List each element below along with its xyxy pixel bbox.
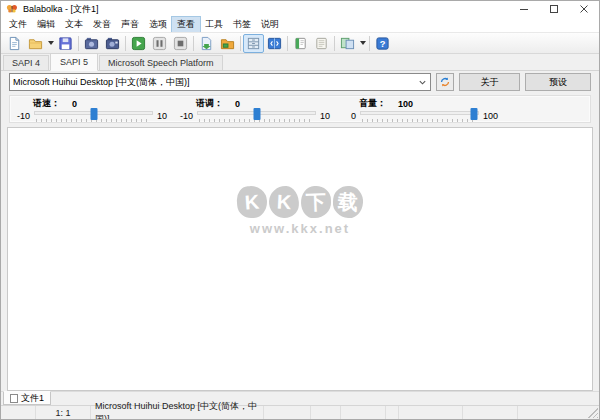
menu-bookmarks[interactable]: 书签 [228,17,256,32]
dictionary-button[interactable] [264,34,285,53]
pitch-min-label: -10 [175,111,197,121]
window-skins-dropdown[interactable] [358,34,367,53]
toolbar-separator [125,36,126,51]
open-file-button[interactable] [25,34,46,53]
toolbar-separator [193,36,194,51]
volume-slider[interactable] [360,109,479,122]
minimize-button[interactable] [509,1,539,17]
convert-to-audio-button[interactable] [217,34,238,53]
pause-button[interactable] [149,34,170,53]
maximize-button[interactable] [539,1,569,17]
voice-panel-icon [246,36,261,51]
volume-value: 100 [398,99,413,109]
menu-text[interactable]: 文本 [60,17,88,32]
rate-slider-group: 语速： 0 -10 10 [12,98,175,121]
save-file-button[interactable] [55,34,76,53]
refresh-icon [439,76,451,88]
voice-selection-row: Microsoft Huihui Desktop [中文(简体，中国)] 关于 … [1,71,599,93]
document-tab[interactable]: 文件1 [3,391,51,405]
volume-slider-thumb[interactable] [471,108,478,120]
dropdown-arrow-icon [360,41,366,45]
text-editor-area[interactable]: K K 下 载 www.kkx.net [7,127,593,391]
status-cell [518,406,599,419]
open-file-dropdown[interactable] [46,34,55,53]
volume-min-label: 0 [338,111,360,121]
app-window: Balabolka - [文件1] 文件 编辑 文本 发音 声音 选项 查看 工… [0,0,600,420]
new-document-button[interactable] [4,34,25,53]
save-audio-file-icon [199,36,214,51]
help-icon: ? [375,36,390,51]
play-button[interactable] [128,34,149,53]
pitch-value: 0 [235,99,240,109]
refresh-voices-button[interactable] [436,73,454,91]
status-cell [463,406,518,419]
toolbar: ? [1,32,599,54]
app-logo-icon [6,3,18,15]
close-button[interactable] [569,1,599,17]
dictionary-icon [267,36,282,51]
status-bar: 1: 1 Microsoft Huihui Desktop [中文(简体，中国)… [1,405,599,419]
rate-min-label: -10 [12,111,34,121]
toolbar-separator [369,36,370,51]
window-title: Balabolka - [文件1] [23,3,99,16]
speech-parameters-panel: 语速： 0 -10 10 语调： 0 -10 [9,95,591,123]
stop-button[interactable] [170,34,191,53]
menu-view[interactable]: 查看 [172,17,200,32]
watermark-url: www.kkx.net [237,221,363,236]
watermark-char: 载 [332,185,364,219]
save-icon [58,36,73,51]
dropdown-arrow-icon [48,41,54,45]
window-skins-button[interactable] [337,34,358,53]
status-cell [264,406,311,419]
tab-microsoft-speech-platform[interactable]: Microsoft Speech Platform [99,55,223,70]
audio-folder-icon [220,36,235,51]
tab-sapi4[interactable]: SAPI 4 [3,55,49,70]
resize-grip[interactable] [588,408,598,418]
slider-panel-spacer [501,98,588,121]
toolbar-separator [78,36,79,51]
status-cell-indicator [1,406,36,419]
voice-panel-toggle-button[interactable] [243,34,264,53]
about-voice-button[interactable]: 关于 [459,73,520,91]
paste-button[interactable] [102,34,123,53]
rate-slider[interactable] [34,109,153,122]
rate-max-label: 10 [153,111,175,121]
status-cell [386,406,399,419]
paste-icon [105,36,120,51]
menu-tools[interactable]: 工具 [200,17,228,32]
volume-slider-track[interactable] [360,111,479,115]
volume-slider-ticks [362,119,477,122]
menu-help[interactable]: 说明 [256,17,284,32]
status-cell [341,406,386,419]
help-button[interactable]: ? [372,34,393,53]
voice-combobox[interactable]: Microsoft Huihui Desktop [中文(简体，中国)] [9,73,431,91]
green-book-button[interactable] [290,34,311,53]
open-folder-icon [28,36,43,51]
menu-pronunciation[interactable]: 发音 [88,17,116,32]
stop-icon [173,36,188,51]
toolbar-separator [240,36,241,51]
preset-button[interactable]: 预设 [525,73,591,91]
menu-edit[interactable]: 编辑 [32,17,60,32]
copy-button[interactable] [81,34,102,53]
white-book-button[interactable] [311,34,332,53]
document-tab-label: 文件1 [21,392,44,405]
menu-file[interactable]: 文件 [4,17,32,32]
watermark-char: 下 [300,185,331,218]
pitch-slider-thumb[interactable] [253,108,260,120]
menu-options[interactable]: 选项 [144,17,172,32]
white-book-icon [314,36,329,51]
menu-bar: 文件 编辑 文本 发音 声音 选项 查看 工具 书签 说明 [1,17,599,32]
document-tab-bar: 文件1 [1,391,599,405]
watermark-char: K [268,185,300,219]
save-audio-file-button[interactable] [196,34,217,53]
rate-slider-thumb[interactable] [90,108,97,120]
toolbar-separator [334,36,335,51]
menu-voice[interactable]: 声音 [116,17,144,32]
pitch-max-label: 10 [316,111,338,121]
new-document-icon [7,36,22,51]
status-cell [399,406,463,419]
pitch-slider[interactable] [197,109,316,122]
tab-sapi5[interactable]: SAPI 5 [50,53,98,71]
rate-value: 0 [72,99,77,109]
